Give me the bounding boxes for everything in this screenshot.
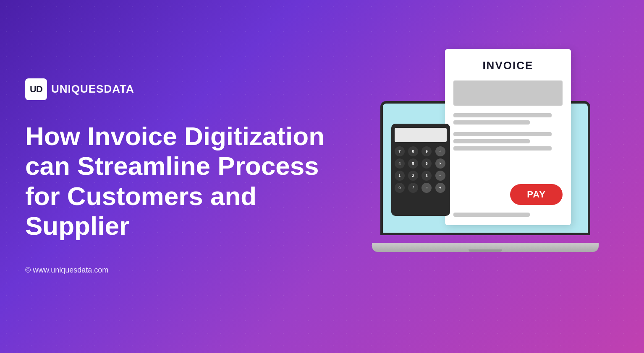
calculator-illustration: 7 8 9 ÷ 4 5 6 × 1 2 3 − 0 / = — [391, 124, 450, 216]
calc-btn-mul: × — [435, 158, 445, 169]
calc-btn-0: 0 — [395, 183, 405, 193]
laptop-illustration: INVOICE PAY — [376, 101, 594, 252]
calc-btn-8: 8 — [408, 146, 418, 156]
calc-btn-9: 9 — [421, 146, 432, 156]
calculator-display — [395, 128, 447, 142]
invoice-line-5 — [453, 146, 552, 151]
invoice-line-4 — [453, 139, 530, 143]
invoice-line-2 — [453, 120, 530, 125]
laptop-base — [372, 243, 599, 252]
invoice-paper: INVOICE PAY — [445, 49, 571, 225]
calc-btn-2: 2 — [408, 171, 418, 181]
calc-btn-eq: = — [421, 183, 432, 193]
copyright-text: © www.uniquesdata.com — [25, 266, 352, 275]
invoice-line-3 — [453, 132, 552, 136]
calc-btn-1: 1 — [395, 171, 405, 181]
right-section: INVOICE PAY — [352, 101, 619, 252]
page-title: How Invoice Digitization can Streamline … — [25, 121, 352, 241]
pay-button[interactable]: PAY — [510, 184, 563, 205]
invoice-label: INVOICE — [453, 59, 563, 72]
calc-btn-add: + — [435, 183, 445, 193]
calc-btn-3: 3 — [421, 171, 432, 181]
invoice-line-1 — [453, 113, 552, 117]
calc-btn-div: ÷ — [435, 146, 445, 156]
brand-name: UNIQUESDATA — [51, 83, 134, 96]
left-section: UD UNIQUESDATA How Invoice Digitization … — [25, 78, 352, 275]
calc-btn-6: 6 — [421, 158, 432, 169]
calculator-buttons: 7 8 9 ÷ 4 5 6 × 1 2 3 − 0 / = — [395, 146, 447, 193]
calc-btn-sub: − — [435, 171, 445, 181]
invoice-line-6 — [453, 213, 530, 217]
calc-btn-4: 4 — [395, 158, 405, 169]
calc-btn-slash: / — [408, 183, 418, 193]
invoice-lines-bottom — [453, 213, 563, 217]
logo-area: UD UNIQUESDATA — [25, 78, 352, 100]
calc-btn-5: 5 — [408, 158, 418, 169]
page-background: UD UNIQUESDATA How Invoice Digitization … — [0, 0, 644, 353]
logo-icon: UD — [25, 78, 47, 100]
invoice-lines-mid — [453, 132, 563, 151]
laptop-screen: INVOICE PAY — [380, 101, 590, 235]
calc-btn-7: 7 — [395, 146, 405, 156]
invoice-lines-top — [453, 113, 563, 125]
invoice-header-block — [453, 80, 563, 106]
